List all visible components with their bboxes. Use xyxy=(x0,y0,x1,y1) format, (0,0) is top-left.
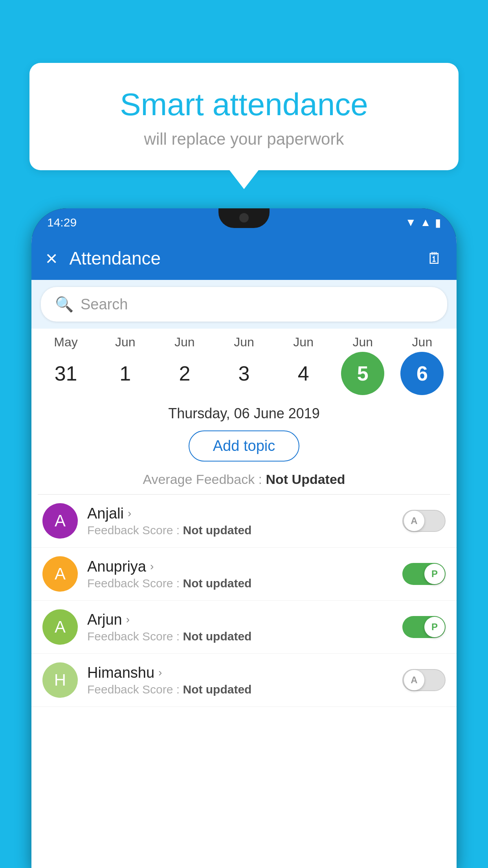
search-icon: 🔍 xyxy=(55,296,73,313)
notch xyxy=(218,208,270,228)
student-name: Arjun › xyxy=(87,611,402,628)
chevron-icon: › xyxy=(150,560,154,573)
cal-month-4: Jun xyxy=(276,335,331,349)
selected-date-text: Thursday, 06 June 2019 xyxy=(168,405,320,421)
bubble-title: Smart attendance xyxy=(53,86,435,123)
signal-icon: ▲ xyxy=(420,216,431,229)
cal-month-5: Jun xyxy=(335,335,390,349)
student-avatar: A xyxy=(42,556,78,592)
cal-day-4[interactable]: 4 xyxy=(276,352,331,395)
student-info: Arjun › Feedback Score : Not updated xyxy=(87,611,402,643)
speech-bubble: Smart attendance will replace your paper… xyxy=(29,63,459,170)
feedback-score: Feedback Score : Not updated xyxy=(87,630,402,643)
camera xyxy=(239,213,249,223)
feedback-score: Feedback Score : Not updated xyxy=(87,577,402,590)
chevron-icon: › xyxy=(158,666,162,679)
cal-day-0[interactable]: 31 xyxy=(39,352,94,395)
avg-feedback-text: Average Feedback : Not Updated xyxy=(143,472,345,487)
chevron-icon: › xyxy=(128,507,131,520)
calendar-strip: May Jun Jun Jun Jun Jun Jun 31 1 2 3 4 5… xyxy=(31,329,457,398)
student-item[interactable]: A Anupriya › Feedback Score : Not update… xyxy=(31,548,457,601)
cal-month-2: Jun xyxy=(157,335,212,349)
student-item[interactable]: H Himanshu › Feedback Score : Not update… xyxy=(31,654,457,707)
cal-day-1[interactable]: 1 xyxy=(98,352,153,395)
student-name: Anjali › xyxy=(87,505,402,522)
attendance-toggle[interactable]: A xyxy=(402,510,446,532)
app-screen: × Attendance 🗓 🔍 Search May Jun Jun Jun … xyxy=(31,237,457,868)
student-avatar: A xyxy=(42,609,78,645)
toggle-thumb: P xyxy=(424,617,445,637)
feedback-score: Feedback Score : Not updated xyxy=(87,683,402,696)
battery-icon: ▮ xyxy=(435,216,441,229)
student-info: Anupriya › Feedback Score : Not updated xyxy=(87,558,402,590)
app-bar: × Attendance 🗓 xyxy=(31,237,457,280)
toggle-thumb: A xyxy=(404,670,424,690)
feedback-score: Feedback Score : Not updated xyxy=(87,524,402,537)
toggle-thumb: A xyxy=(404,511,424,531)
chevron-icon: › xyxy=(126,613,130,626)
phone-frame: 14:29 ▼ ▲ ▮ × Attendance 🗓 🔍 Search May … xyxy=(31,208,457,868)
add-topic-button[interactable]: Add topic xyxy=(189,430,299,462)
speech-bubble-wrapper: Smart attendance will replace your paper… xyxy=(29,63,459,170)
search-container: 🔍 Search xyxy=(31,280,457,329)
student-avatar: H xyxy=(42,662,78,698)
cal-month-6: Jun xyxy=(394,335,449,349)
student-name: Anupriya › xyxy=(87,558,402,575)
avg-feedback: Average Feedback : Not Updated xyxy=(31,468,457,494)
calendar-icon[interactable]: 🗓 xyxy=(427,250,442,267)
cal-day-2[interactable]: 2 xyxy=(157,352,212,395)
add-topic-container: Add topic xyxy=(31,427,457,468)
date-info: Thursday, 06 June 2019 xyxy=(31,398,457,427)
wifi-icon: ▼ xyxy=(405,216,416,229)
student-info: Himanshu › Feedback Score : Not updated xyxy=(87,664,402,696)
status-icons: ▼ ▲ ▮ xyxy=(405,216,441,229)
calendar-months-row: May Jun Jun Jun Jun Jun Jun xyxy=(36,335,452,349)
cal-month-3: Jun xyxy=(216,335,272,349)
cal-month-1: Jun xyxy=(98,335,153,349)
search-bar[interactable]: 🔍 Search xyxy=(41,287,447,322)
cal-day-5[interactable]: 5 xyxy=(335,352,390,395)
toggle-thumb: P xyxy=(424,564,445,584)
student-item[interactable]: A Arjun › Feedback Score : Not updated P xyxy=(31,601,457,654)
student-name: Himanshu › xyxy=(87,664,402,681)
student-info: Anjali › Feedback Score : Not updated xyxy=(87,505,402,537)
cal-month-0: May xyxy=(39,335,94,349)
bubble-subtitle: will replace your paperwork xyxy=(53,130,435,149)
status-time: 14:29 xyxy=(47,216,77,229)
search-input[interactable]: Search xyxy=(81,296,128,313)
student-avatar: A xyxy=(42,503,78,539)
student-list: A Anjali › Feedback Score : Not updated … xyxy=(31,495,457,707)
app-bar-title: Attendance xyxy=(69,248,415,269)
attendance-toggle[interactable]: P xyxy=(402,616,446,638)
student-item[interactable]: A Anjali › Feedback Score : Not updated … xyxy=(31,495,457,548)
cal-day-3[interactable]: 3 xyxy=(216,352,272,395)
close-button[interactable]: × xyxy=(46,248,57,268)
calendar-days-row: 31 1 2 3 4 5 6 xyxy=(36,352,452,395)
cal-day-6[interactable]: 6 xyxy=(394,352,449,395)
attendance-toggle[interactable]: P xyxy=(402,563,446,585)
attendance-toggle[interactable]: A xyxy=(402,669,446,691)
